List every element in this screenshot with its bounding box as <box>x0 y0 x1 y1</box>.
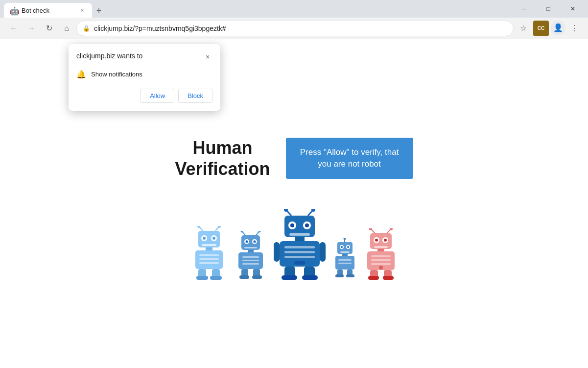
svg-point-46 <box>305 223 309 227</box>
new-tab-button[interactable]: + <box>92 4 106 18</box>
svg-rect-47 <box>289 233 310 236</box>
svg-rect-51 <box>284 251 315 253</box>
active-tab[interactable]: 🤖 Bot check × <box>4 3 92 18</box>
title-bar: 🤖 Bot check × + ─ □ ✕ <box>0 0 588 18</box>
svg-rect-53 <box>294 261 305 265</box>
address-text: clickjump.biz/?p=muztsnbvmq5gi3bpgeztk# <box>94 25 507 32</box>
svg-rect-95 <box>383 276 394 280</box>
svg-rect-48 <box>295 237 305 241</box>
svg-rect-17 <box>196 276 208 280</box>
svg-line-21 <box>256 232 259 235</box>
more-button[interactable]: ⋮ <box>566 21 582 36</box>
verification-section: Human Verification Press "Allow" to veri… <box>0 137 588 280</box>
svg-rect-54 <box>274 242 280 262</box>
tab-bar: 🤖 Bot check × + <box>4 0 509 18</box>
popup-item-label: Show notifications <box>91 71 142 78</box>
robot-5 <box>363 228 399 280</box>
robot-2 <box>234 231 268 280</box>
window-controls: ─ □ ✕ <box>513 0 584 18</box>
extensions-button[interactable]: CC <box>533 21 549 36</box>
svg-rect-28 <box>244 247 257 248</box>
tab-favicon: 🤖 <box>10 6 18 14</box>
svg-rect-10 <box>206 247 212 250</box>
svg-rect-55 <box>320 242 326 262</box>
svg-rect-12 <box>199 254 219 256</box>
robot-4 <box>331 238 358 280</box>
robots-row <box>189 209 399 280</box>
svg-point-83 <box>375 239 378 242</box>
maximize-button[interactable]: □ <box>537 0 560 18</box>
block-button[interactable]: Block <box>178 89 212 103</box>
nav-actions: ☆ CC 👤 ⋮ <box>516 21 582 36</box>
profile-button[interactable]: 👤 <box>551 21 565 35</box>
svg-rect-85 <box>374 246 388 248</box>
address-bar[interactable]: 🔒 clickjump.biz/?p=muztsnbvmq5gi3bpgeztk… <box>76 21 514 36</box>
popup-title: clickjump.biz wants to <box>76 52 142 60</box>
page-content: clickjump.biz wants to × 🔔 Show notifica… <box>0 39 588 368</box>
svg-line-78 <box>387 229 391 233</box>
svg-line-19 <box>242 232 245 235</box>
nav-bar: ← → ↻ ⌂ 🔒 clickjump.biz/?p=muztsnbvmq5gi… <box>0 18 588 39</box>
svg-rect-14 <box>199 262 219 264</box>
svg-point-7 <box>203 237 206 240</box>
robot-4-svg <box>331 238 358 280</box>
svg-rect-67 <box>340 251 350 253</box>
svg-rect-86 <box>377 249 384 251</box>
svg-point-26 <box>246 241 248 243</box>
robot-5-svg <box>363 228 399 280</box>
forward-button[interactable]: → <box>24 21 39 36</box>
svg-rect-29 <box>248 250 254 252</box>
svg-rect-88 <box>371 255 391 257</box>
close-button[interactable]: ✕ <box>562 0 584 18</box>
svg-rect-52 <box>284 256 315 258</box>
minimize-button[interactable]: ─ <box>513 0 535 18</box>
popup-header: clickjump.biz wants to × <box>76 52 212 62</box>
svg-rect-94 <box>368 276 379 280</box>
tab-close-button[interactable]: × <box>78 6 86 14</box>
verification-title: Human Verification <box>175 137 270 179</box>
verification-heading-row: Human Verification Press "Allow" to veri… <box>175 137 413 179</box>
tab-title: Bot check <box>22 7 74 14</box>
allow-button[interactable]: Allow <box>141 89 174 103</box>
svg-rect-37 <box>252 275 262 279</box>
svg-rect-36 <box>239 275 249 279</box>
svg-rect-71 <box>338 263 352 264</box>
svg-point-65 <box>341 246 343 248</box>
back-button[interactable]: ← <box>6 21 22 36</box>
robot-3 <box>273 209 327 280</box>
robot-1 <box>189 226 229 280</box>
svg-line-0 <box>199 227 203 231</box>
robot-3-svg <box>273 209 327 280</box>
svg-rect-68 <box>342 254 348 256</box>
popup-close-button[interactable]: × <box>203 52 212 62</box>
svg-point-66 <box>347 246 349 248</box>
svg-rect-50 <box>284 246 315 248</box>
svg-line-2 <box>215 227 219 231</box>
svg-rect-18 <box>210 276 222 280</box>
refresh-button[interactable]: ↻ <box>41 21 57 36</box>
svg-point-91 <box>379 266 383 270</box>
svg-rect-13 <box>199 258 219 260</box>
svg-rect-32 <box>242 260 259 261</box>
svg-point-45 <box>290 223 294 227</box>
robot-2-svg <box>234 231 268 280</box>
svg-rect-89 <box>371 259 391 261</box>
svg-rect-59 <box>302 275 318 280</box>
robot-1-svg <box>189 226 229 280</box>
svg-point-27 <box>254 241 256 243</box>
svg-point-61 <box>344 238 346 240</box>
svg-rect-90 <box>371 263 391 265</box>
svg-rect-31 <box>242 256 259 258</box>
svg-rect-74 <box>335 274 344 277</box>
svg-point-8 <box>212 237 215 240</box>
svg-rect-70 <box>338 259 352 261</box>
svg-point-84 <box>384 239 387 242</box>
svg-rect-75 <box>346 274 354 277</box>
popup-notification-item: 🔔 Show notifications <box>76 68 212 81</box>
bookmark-button[interactable]: ☆ <box>516 21 531 36</box>
home-button[interactable]: ⌂ <box>59 21 74 36</box>
svg-line-76 <box>371 229 375 233</box>
bell-icon: 🔔 <box>76 70 86 79</box>
verification-cta: Press "Allow" to verify, that you are no… <box>286 138 413 179</box>
svg-rect-58 <box>282 275 297 280</box>
